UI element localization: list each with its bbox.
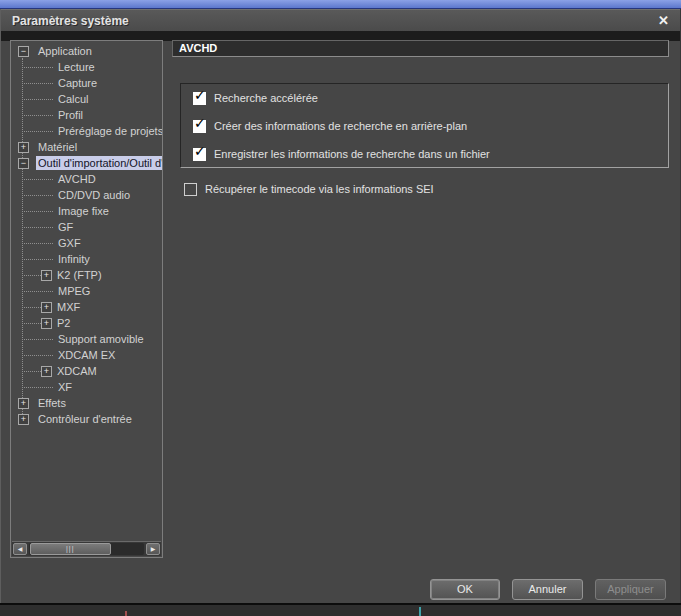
tree-item-label: Contrôleur d'entrée <box>36 412 134 426</box>
tree-item-label: Calcul <box>56 92 91 106</box>
tree-item-label: K2 (FTP) <box>55 268 104 282</box>
tree-item-profil[interactable]: Profil <box>11 107 162 123</box>
expand-icon[interactable]: + <box>18 398 29 409</box>
tree-item-support-amovible[interactable]: Support amovible <box>11 331 162 347</box>
checkbox-label: Récupérer le timecode via les informatio… <box>205 183 434 195</box>
tree-item-application[interactable]: −Application <box>11 43 162 59</box>
tree-item-label: XF <box>56 380 74 394</box>
expand-icon[interactable]: + <box>41 302 52 313</box>
check-icon: ✓ <box>194 143 206 159</box>
tree-item-label: XDCAM <box>55 364 99 378</box>
expand-icon[interactable]: + <box>18 414 29 425</box>
tree-item-capture[interactable]: Capture <box>11 75 162 91</box>
tree-item-outil-d-importation-outil-d[interactable]: −Outil d'importation/Outil d' <box>11 155 162 171</box>
checkbox-recherche-acceleree[interactable]: ✓ Recherche accélérée <box>193 90 318 106</box>
tree-item-k2-ftp[interactable]: +K2 (FTP) <box>11 267 162 283</box>
tree-item-cd-dvd-audio[interactable]: CD/DVD audio <box>11 187 162 203</box>
unchecked-checkbox-icon[interactable] <box>184 183 197 196</box>
tree-item-effets[interactable]: +Effets <box>11 395 162 411</box>
tree-connector <box>22 275 41 276</box>
tree-item-gf[interactable]: GF <box>11 219 162 235</box>
tree-item-calcul[interactable]: Calcul <box>11 91 162 107</box>
tree-item-label: MPEG <box>56 284 92 298</box>
expand-icon[interactable]: + <box>41 270 52 281</box>
tree-item-label: Application <box>36 44 94 58</box>
background-tick <box>125 611 127 616</box>
expand-icon[interactable]: + <box>41 366 52 377</box>
collapse-icon[interactable]: − <box>18 158 29 169</box>
cancel-button[interactable]: Annuler <box>512 579 583 600</box>
tree-item-label: Profil <box>56 108 85 122</box>
close-icon[interactable]: ✕ <box>658 14 669 27</box>
checkbox-recuperer-timecode-sei[interactable]: Récupérer le timecode via les informatio… <box>184 181 434 197</box>
tree-connector <box>22 115 53 116</box>
collapse-icon[interactable]: − <box>18 46 29 57</box>
tree-connector <box>22 227 53 228</box>
tree-item-label: Lecture <box>56 60 97 74</box>
tree-item-label: Préréglage de projets <box>56 124 162 138</box>
expand-icon[interactable]: + <box>18 142 29 153</box>
tree-item-label: Outil d'importation/Outil d' <box>36 156 162 170</box>
tree-item-xf[interactable]: XF <box>11 379 162 395</box>
tree-connector <box>22 259 53 260</box>
tree-item-label: GF <box>56 220 75 234</box>
dialog-title: Paramètres système <box>12 14 658 28</box>
tree-connector <box>22 291 53 292</box>
screen: Paramètres système ✕ −ApplicationLecture… <box>0 0 681 616</box>
tree-item-image-fixe[interactable]: Image fixe <box>11 203 162 219</box>
title-bar[interactable]: Paramètres système ✕ <box>1 9 680 31</box>
tree-connector <box>22 211 53 212</box>
tree-item-label: XDCAM EX <box>56 348 117 362</box>
tree-item-lecture[interactable]: Lecture <box>11 59 162 75</box>
tree-connector <box>22 131 53 132</box>
tree-item-infinity[interactable]: Infinity <box>11 251 162 267</box>
tree-item-mxf[interactable]: +MXF <box>11 299 162 315</box>
tree-item-gxf[interactable]: GXF <box>11 235 162 251</box>
scroll-right-arrow-icon[interactable]: ▶ <box>146 543 160 555</box>
checked-checkbox-icon[interactable]: ✓ <box>193 92 206 105</box>
tree-connector <box>22 99 53 100</box>
tree-item-label: Infinity <box>56 252 92 266</box>
tree-item-xdcam-ex[interactable]: XDCAM EX <box>11 347 162 363</box>
tree-item-mpeg[interactable]: MPEG <box>11 283 162 299</box>
tree-connector <box>22 339 53 340</box>
check-icon: ✓ <box>194 87 206 103</box>
tree-item-avchd[interactable]: AVCHD <box>11 171 162 187</box>
tree-item-mat-riel[interactable]: +Matériel <box>11 139 162 155</box>
tree-item-label: P2 <box>55 316 72 330</box>
tree-horizontal-scrollbar[interactable]: ◀ ||| ▶ <box>12 541 161 556</box>
scrollbar-thumb[interactable]: ||| <box>30 543 111 555</box>
expand-icon[interactable]: + <box>41 318 52 329</box>
background-window-strip <box>0 0 681 9</box>
tree-item-label: Effets <box>36 396 68 410</box>
tree-item-label: Capture <box>56 76 99 90</box>
checkbox-label: Recherche accélérée <box>214 92 318 104</box>
tree-item-p2[interactable]: +P2 <box>11 315 162 331</box>
tree-connector <box>22 179 53 180</box>
tree-item-label: CD/DVD audio <box>56 188 132 202</box>
tree-item-xdcam[interactable]: +XDCAM <box>11 363 162 379</box>
checkbox-enregistrer-informations-fichier[interactable]: ✓ Enregistrer les informations de recher… <box>193 146 490 162</box>
tree-item-label: AVCHD <box>56 172 98 186</box>
background-window-bottom <box>0 603 681 616</box>
ok-button[interactable]: OK <box>430 579 500 600</box>
checked-checkbox-icon[interactable]: ✓ <box>193 120 206 133</box>
tree-item-contr-leur-d-entr-e[interactable]: +Contrôleur d'entrée <box>11 411 162 427</box>
settings-tree-panel: −ApplicationLectureCaptureCalculProfilPr… <box>10 40 163 558</box>
tree-connector <box>22 307 41 308</box>
checked-checkbox-icon[interactable]: ✓ <box>193 148 206 161</box>
tree-item-pr-r-glage-de-projets[interactable]: Préréglage de projets <box>11 123 162 139</box>
scroll-left-arrow-icon[interactable]: ◀ <box>13 543 27 555</box>
check-icon: ✓ <box>194 115 206 131</box>
tree-connector <box>22 355 53 356</box>
tree-item-label: Support amovible <box>56 332 146 346</box>
checkbox-creer-informations-arriere-plan[interactable]: ✓ Créer des informations de recherche en… <box>193 118 467 134</box>
page-title: AVCHD <box>172 40 669 57</box>
background-tick <box>419 607 421 616</box>
tree-connector <box>22 323 41 324</box>
tree-item-label: Matériel <box>36 140 79 154</box>
tree-item-label: GXF <box>56 236 83 250</box>
apply-button-disabled[interactable]: Appliquer <box>595 579 666 600</box>
tree-connector <box>22 387 53 388</box>
scrollbar-track[interactable]: ||| <box>29 543 144 555</box>
